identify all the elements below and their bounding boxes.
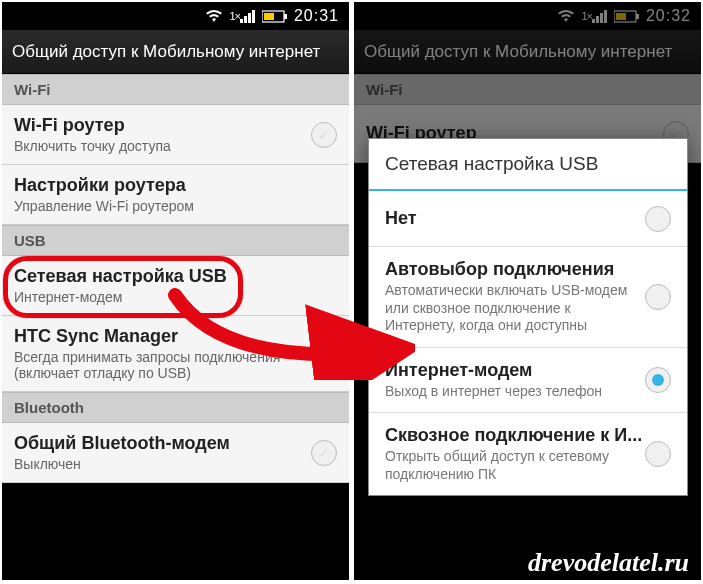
item-usb-net[interactable]: Сетевая настройка USB Интернет-модем <box>2 256 349 316</box>
phone-left: 1× 20:31 Общий доступ к Мобильному интер… <box>2 2 349 580</box>
item-title: Wi-Fi роутер <box>14 115 311 136</box>
settings-list: Wi-Fi Wi-Fi роутер Включить точку доступ… <box>2 74 349 483</box>
option-title: Автовыбор подключения <box>385 259 645 280</box>
clock: 20:31 <box>294 7 339 25</box>
item-router-settings[interactable]: Настройки роутера Управление Wi-Fi роуте… <box>2 165 349 225</box>
option-subtitle: Выход в интернет через телефон <box>385 383 602 401</box>
item-subtitle: Всегда принимать запросы подключения (вк… <box>14 349 311 381</box>
svg-rect-2 <box>264 13 274 20</box>
battery-icon <box>262 10 288 23</box>
item-title: Настройки роутера <box>14 175 337 196</box>
item-htc-sync[interactable]: HTC Sync Manager Всегда принимать запрос… <box>2 316 349 392</box>
option-title: Нет <box>385 208 417 229</box>
item-title: HTC Sync Manager <box>14 326 311 347</box>
radio-icon[interactable] <box>645 441 671 467</box>
dialog-option-none[interactable]: Нет <box>369 191 687 247</box>
option-subtitle: Открыть общий доступ к сетевому подключе… <box>385 448 645 483</box>
checkbox-icon[interactable] <box>311 440 337 466</box>
svg-rect-1 <box>284 14 287 19</box>
section-wifi: Wi-Fi <box>2 74 349 105</box>
radio-icon-selected[interactable] <box>645 367 671 393</box>
item-subtitle: Включить точку доступа <box>14 138 311 154</box>
wifi-icon <box>205 9 223 23</box>
item-subtitle: Выключен <box>14 456 311 472</box>
item-title: Общий Bluetooth-модем <box>14 433 311 454</box>
checkbox-icon[interactable] <box>311 122 337 148</box>
page-title: Общий доступ к Мобильному интернет <box>2 30 349 74</box>
section-usb: USB <box>2 225 349 256</box>
dialog-option-modem[interactable]: Интернет-модем Выход в интернет через те… <box>369 348 687 414</box>
dialog-option-auto[interactable]: Автовыбор подключения Автоматически вклю… <box>369 247 687 348</box>
option-title: Сквозное подключение к И... <box>385 425 645 446</box>
dialog-title: Сетевая настройка USB <box>369 139 687 191</box>
radio-icon[interactable] <box>645 206 671 232</box>
usb-dialog: Сетевая настройка USB Нет Автовыбор подк… <box>368 138 688 496</box>
item-subtitle: Интернет-модем <box>14 289 337 305</box>
phone-right: 1× 20:32 Общий доступ к Мобильному интер… <box>354 2 701 580</box>
dialog-option-passthrough[interactable]: Сквозное подключение к И... Открыть общи… <box>369 413 687 495</box>
option-title: Интернет-модем <box>385 360 602 381</box>
item-bt-modem[interactable]: Общий Bluetooth-модем Выключен <box>2 423 349 483</box>
status-bar: 1× 20:31 <box>2 2 349 30</box>
item-title: Сетевая настройка USB <box>14 266 337 287</box>
item-subtitle: Управление Wi-Fi роутером <box>14 198 337 214</box>
watermark: drevodelatel.ru <box>528 548 689 578</box>
item-wifi-router[interactable]: Wi-Fi роутер Включить точку доступа <box>2 105 349 165</box>
signal-icon: 1× <box>229 9 256 23</box>
checkbox-icon[interactable] <box>311 341 337 367</box>
radio-icon[interactable] <box>645 284 671 310</box>
section-bluetooth: Bluetooth <box>2 392 349 423</box>
option-subtitle: Автоматически включать USB-модем или скв… <box>385 282 645 335</box>
